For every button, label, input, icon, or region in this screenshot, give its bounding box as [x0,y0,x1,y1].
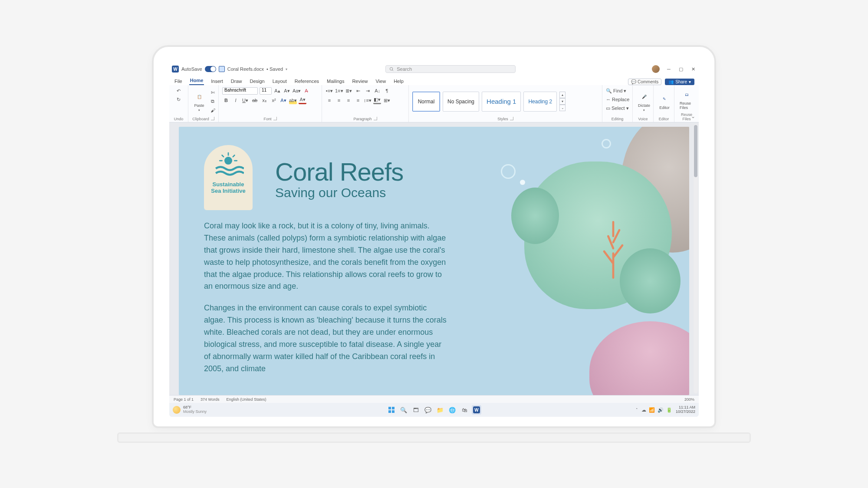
undo-button[interactable]: ↶ [175,87,183,95]
tab-view[interactable]: View [375,79,387,85]
gallery-more-button[interactable]: ⌄ [559,105,566,111]
text-effects-button[interactable]: A▾ [279,96,287,104]
reuse-files-icon: 🗂 [681,89,692,100]
align-right-button[interactable]: ≡ [345,96,352,104]
search-box[interactable]: Search [385,65,516,73]
justify-button[interactable]: ≡ [354,96,362,104]
copy-button[interactable]: ⧉ [209,98,217,106]
shading-button[interactable]: ◧▾ [373,96,381,104]
tray-chevron-icon[interactable]: ˄ [636,408,638,412]
highlight-button[interactable]: ab▾ [289,96,297,104]
clear-formatting-button[interactable]: A̶ [302,87,310,95]
editor-button[interactable]: ✎Editor [657,92,672,111]
store-app-icon[interactable]: 🛍 [460,405,469,415]
subscript-button[interactable]: x₂ [260,96,268,104]
bold-button[interactable]: B [222,96,230,104]
style-heading-2[interactable]: Heading 2 [523,92,557,112]
align-center-button[interactable]: ≡ [335,96,343,104]
collapse-ribbon-button[interactable]: ⌄ [691,113,695,119]
gallery-up-button[interactable]: ▴ [559,92,566,98]
grow-font-button[interactable]: A▴ [273,87,281,95]
font-dialog-launcher[interactable] [273,117,277,120]
document-page[interactable]: SustainableSea Initiative Coral Reefs Sa… [179,127,689,395]
decrease-indent-button[interactable]: ⇤ [355,87,362,95]
saved-indicator[interactable]: • Saved [266,66,283,72]
task-view-button[interactable]: 🗔 [411,405,421,415]
language-indicator[interactable]: English (United States) [226,397,266,402]
tab-layout[interactable]: Layout [272,79,288,85]
autosave-toggle[interactable] [205,66,216,72]
zoom-level[interactable]: 200% [684,397,694,402]
superscript-button[interactable]: x² [270,96,278,104]
style-normal[interactable]: Normal [412,92,440,112]
document-title[interactable]: Coral Reefs [275,157,664,186]
reuse-files-button[interactable]: 🗂Reuse Files [678,88,695,111]
file-explorer-icon[interactable]: 📁 [435,405,445,415]
tab-design[interactable]: Design [249,79,265,85]
dictate-button[interactable]: 🎤Dictate▾ [636,90,652,113]
tab-review[interactable]: Review [351,79,368,85]
document-subtitle[interactable]: Saving our Oceans [275,185,664,200]
page-indicator[interactable]: Page 1 of 1 [174,397,194,402]
select-button[interactable]: ▭ Select ▾ [606,104,629,112]
document-canvas[interactable]: SustainableSea Initiative Coral Reefs Sa… [169,122,699,395]
increase-indent-button[interactable]: ⇥ [364,87,372,95]
multilevel-list-button[interactable]: ≣▾ [345,87,353,95]
document-body[interactable]: Coral may look like a rock, but it is a … [204,220,447,375]
tab-file[interactable]: File [174,79,183,85]
show-marks-button[interactable]: ¶ [383,87,391,95]
font-color-button[interactable]: A▾ [299,96,306,104]
word-taskbar-icon[interactable]: W [472,405,481,415]
tab-references[interactable]: References [294,79,320,85]
comments-button[interactable]: 💬 Comments [628,79,661,85]
share-button[interactable]: 👥 Share ▾ [665,79,694,85]
saved-dropdown-icon[interactable]: ▾ [286,67,287,71]
tab-home[interactable]: Home [189,78,204,85]
start-button[interactable] [387,405,396,415]
weather-widget[interactable]: 68°F Mostly Sunny [173,406,207,414]
style-no-spacing[interactable]: No Spacing [443,92,479,112]
vertical-scrollbar[interactable] [694,124,698,393]
font-size-select[interactable]: 11 [260,87,272,95]
close-button[interactable]: ✕ [690,66,696,72]
battery-tray-icon[interactable]: 🔋 [666,407,672,413]
user-avatar[interactable] [652,65,660,73]
volume-tray-icon[interactable]: 🔊 [658,407,664,413]
edge-app-icon[interactable]: 🌐 [447,405,457,415]
tab-mailings[interactable]: Mailings [326,79,345,85]
clipboard-dialog-launcher[interactable] [211,117,214,120]
italic-button[interactable]: I [232,96,240,104]
system-clock[interactable]: 11:11 AM 10/27/2022 [676,406,695,414]
tab-help[interactable]: Help [393,79,404,85]
line-spacing-button[interactable]: ↕≡▾ [364,96,372,104]
change-case-button[interactable]: Aa▾ [293,87,301,95]
minimize-button[interactable]: ─ [666,66,672,72]
find-button[interactable]: 🔍 Find ▾ [606,87,626,95]
tab-insert[interactable]: Insert [210,79,224,85]
replace-button[interactable]: ↔ Replace [606,96,629,103]
numbering-button[interactable]: 1≡▾ [335,87,343,95]
styles-dialog-launcher[interactable] [510,117,513,120]
taskbar-search-button[interactable]: 🔍 [399,405,408,415]
cut-button[interactable]: ✄ [209,89,217,97]
chat-app-icon[interactable]: 💬 [423,405,433,415]
bullets-button[interactable]: •≡▾ [326,87,333,95]
sort-button[interactable]: A↓ [374,87,381,95]
paragraph-dialog-launcher[interactable] [374,117,377,120]
format-painter-button[interactable]: 🖌 [209,106,217,114]
style-heading-1[interactable]: Heading 1 [482,92,521,112]
align-left-button[interactable]: ≡ [326,96,333,104]
tab-draw[interactable]: Draw [230,79,243,85]
onedrive-tray-icon[interactable]: ☁ [641,407,646,413]
paste-button[interactable]: 📋 Paste ▾ [192,90,207,113]
borders-button[interactable]: ⊞▾ [383,96,391,104]
underline-button[interactable]: U▾ [241,96,249,104]
font-name-select[interactable]: Bahnschrift [222,87,258,95]
word-count[interactable]: 374 Words [201,397,219,402]
strikethrough-button[interactable]: ab [251,96,259,104]
maximize-button[interactable]: ▢ [678,66,684,72]
wifi-tray-icon[interactable]: 📶 [649,407,655,413]
gallery-down-button[interactable]: ▾ [559,98,566,105]
redo-button[interactable]: ↻ [175,96,183,103]
shrink-font-button[interactable]: A▾ [283,87,291,95]
